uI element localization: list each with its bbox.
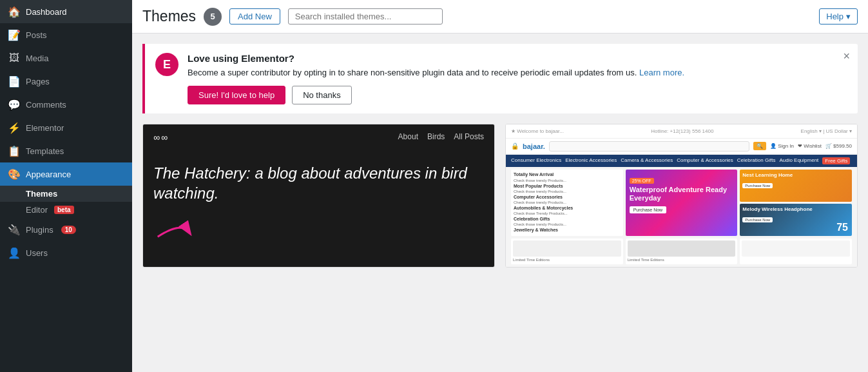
elementor-icon: ⚡	[8, 121, 21, 134]
sidebar-item-label: Appearance	[26, 170, 71, 179]
page-title: Themes	[142, 8, 196, 25]
notice-close-button[interactable]: ×	[843, 50, 850, 62]
bajaar-search-bar	[549, 141, 749, 152]
main-content: Themes 5 Add New Help ▾ E Love using Ele…	[132, 0, 868, 372]
sidebar-item-posts[interactable]: 📝 Posts	[0, 23, 132, 46]
hatchery-title: The Hatchery: a blog about adventures in…	[153, 163, 484, 203]
plugins-badge: 10	[61, 226, 76, 234]
hatchery-logo: ∞∞	[153, 132, 169, 142]
bajaar-search-button: 🔍	[753, 142, 766, 150]
sidebar-item-comments[interactable]: 💬 Comments	[0, 93, 132, 116]
sidebar-item-users[interactable]: 👤 Users	[0, 241, 132, 264]
themes-count: 5	[204, 8, 222, 26]
hatchery-nav: ∞∞ About Birds All Posts	[143, 124, 494, 150]
love-to-help-button[interactable]: Sure! I'd love to help	[188, 86, 285, 104]
content-area: E Love using Elementor? Become a super c…	[132, 34, 868, 372]
sidebar-item-label: Elementor	[26, 123, 64, 133]
bajaar-categories: Consumer Electronics Electronic Accessor…	[506, 155, 857, 167]
users-icon: 👤	[8, 246, 21, 259]
sidebar: 🏠 Dashboard 📝 Posts 🖼 Media 📄 Pages 💬 Co…	[0, 0, 132, 372]
sidebar-item-label: Plugins	[26, 225, 53, 235]
hatchery-arrow-indicator	[156, 213, 195, 254]
hatchery-nav-links: About Birds All Posts	[398, 132, 484, 142]
appearance-icon: 🎨	[8, 168, 21, 181]
notice-body: Love using Elementor? Become a super con…	[188, 53, 847, 104]
bajaar-sidebar: Totally New Arrival Check those trendy P…	[511, 170, 623, 236]
sidebar-item-dashboard[interactable]: 🏠 Dashboard	[0, 0, 132, 23]
sidebar-item-label: Comments	[26, 100, 66, 110]
theme-preview-hatchery: ∞∞ About Birds All Posts The Hatchery: a…	[143, 124, 494, 267]
bajaar-header: ★ Welcome to bajaar... Hotline: +12(123)…	[506, 124, 857, 139]
sidebar-item-label: Templates	[26, 146, 64, 156]
sidebar-item-label: Dashboard	[26, 7, 67, 17]
sidebar-subitem-editor[interactable]: Editor beta	[0, 202, 132, 218]
sidebar-item-media[interactable]: 🖼 Media	[0, 46, 132, 70]
posts-icon: 📝	[8, 28, 21, 41]
bajaar-body: Totally New Arrival Check those trendy P…	[506, 167, 857, 239]
bajaar-bottom-row: Limited Time Editions Limited Time Editi…	[506, 239, 857, 267]
notice-title: Love using Elementor?	[188, 53, 847, 64]
bajaar-logo: bajaar.	[523, 142, 545, 150]
bajaar-logo-row: 🔒 bajaar. 🔍 👤 Sign In ❤ Wishlist 🛒 $599.…	[506, 139, 857, 155]
add-new-button[interactable]: Add New	[229, 8, 280, 24]
theme-card-bajaar[interactable]: ★ Welcome to bajaar... Hotline: +12(123)…	[505, 124, 858, 268]
bajaar-hero-card: 25% OFF Waterproof Adventure Ready Every…	[626, 170, 738, 236]
sidebar-item-templates[interactable]: 📋 Templates	[0, 139, 132, 162]
themes-sub-label: Themes	[26, 189, 57, 199]
learn-more-link[interactable]: Learn more.	[639, 68, 684, 77]
notice-actions: Sure! I'd love to help No thanks	[188, 86, 847, 104]
comments-icon: 💬	[8, 98, 21, 111]
editor-sub-label: Editor	[26, 205, 48, 215]
dashboard-icon: 🏠	[8, 5, 21, 18]
sidebar-item-pages[interactable]: 📄 Pages	[0, 70, 132, 93]
sidebar-item-plugins[interactable]: 🔌 Plugins 10	[0, 218, 132, 241]
help-button[interactable]: Help ▾	[819, 8, 858, 24]
sidebar-item-label: Pages	[26, 77, 50, 86]
hatchery-content: The Hatchery: a blog about adventures in…	[143, 150, 494, 216]
sidebar-item-label: Media	[26, 54, 48, 63]
templates-icon: 📋	[8, 144, 21, 157]
beta-badge: beta	[54, 206, 74, 214]
chevron-down-icon: ▾	[846, 12, 851, 21]
elementor-notice: E Love using Elementor? Become a super c…	[142, 44, 858, 113]
sidebar-subitem-themes[interactable]: Themes	[0, 186, 132, 202]
sidebar-item-label: Posts	[26, 30, 47, 40]
topbar-left: Themes 5 Add New	[142, 8, 443, 26]
theme-preview-bajaar: ★ Welcome to bajaar... Hotline: +12(123)…	[506, 124, 857, 267]
pages-icon: 📄	[8, 75, 21, 88]
no-thanks-button[interactable]: No thanks	[292, 86, 352, 104]
sidebar-item-elementor[interactable]: ⚡ Elementor	[0, 116, 132, 139]
sidebar-item-appearance[interactable]: 🎨 Appearance	[0, 162, 132, 186]
themes-grid: ∞∞ About Birds All Posts The Hatchery: a…	[142, 124, 858, 268]
media-icon: 🖼	[8, 52, 21, 64]
sidebar-item-label: Users	[26, 248, 48, 258]
bajaar-right-cards: Nest Learning Home Purchase Now Melody W…	[740, 170, 852, 236]
plugins-icon: 🔌	[8, 223, 21, 236]
elementor-notice-icon: E	[155, 53, 178, 76]
notice-description: Become a super contributor by opting in …	[188, 66, 847, 79]
topbar: Themes 5 Add New Help ▾	[132, 0, 868, 34]
help-label: Help	[826, 12, 844, 21]
theme-card-hatchery[interactable]: ∞∞ About Birds All Posts The Hatchery: a…	[142, 124, 495, 268]
search-input[interactable]	[288, 8, 443, 24]
